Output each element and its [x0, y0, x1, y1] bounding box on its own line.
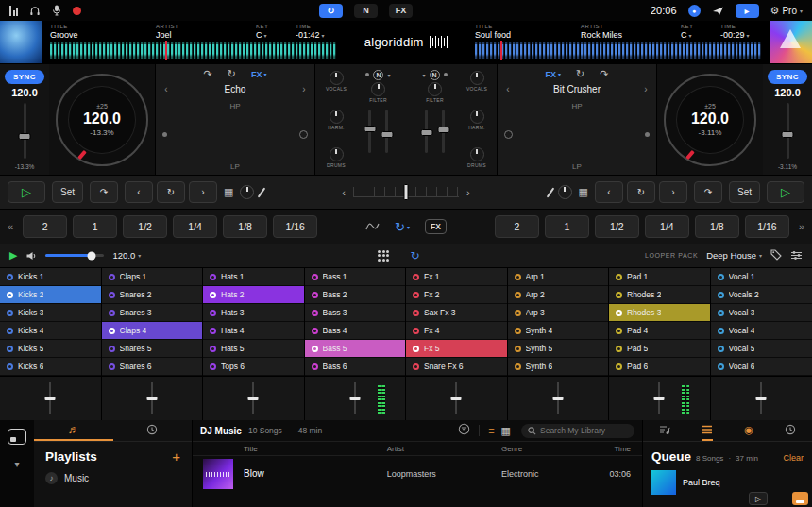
col-artist[interactable]: Artist	[387, 445, 501, 453]
library-search[interactable]	[521, 424, 634, 438]
add-playlist-button[interactable]: +	[172, 449, 180, 464]
looper-volume-fader[interactable]	[354, 382, 356, 414]
fx-prev-icon[interactable]: ‹	[502, 84, 514, 94]
fx-loop-icon[interactable]: ↻	[576, 68, 584, 80]
layout-toggle-icon[interactable]	[8, 429, 26, 445]
deck1-vocals-knob[interactable]	[330, 71, 344, 85]
deck2-waveform[interactable]	[475, 42, 762, 59]
looper-bpm-dropdown[interactable]: 120.0▾	[112, 250, 141, 261]
beat-length-button[interactable]: 1	[545, 215, 589, 238]
deck2-harmonics-knob[interactable]	[470, 110, 484, 124]
deck2-play-button[interactable]: ▷	[767, 181, 804, 203]
collapse-library-icon[interactable]: ▾	[14, 459, 19, 469]
col-genre[interactable]: Genre	[501, 445, 597, 453]
looper-cell[interactable]: Vocal 3	[711, 304, 812, 322]
looper-cell[interactable]: Bass 4	[305, 322, 406, 340]
pro-menu[interactable]: ⚙ Pro ▾	[770, 5, 803, 17]
fader-handle[interactable]	[420, 129, 432, 136]
cue-dot-icon[interactable]	[365, 73, 369, 76]
tab-music-library[interactable]: ♬	[34, 420, 113, 441]
deck1-needle-icon[interactable]	[258, 187, 266, 197]
beat-length-button[interactable]: 2	[495, 215, 539, 238]
looper-cell[interactable]: Fx 4	[406, 322, 507, 340]
fader-handle[interactable]	[45, 397, 56, 400]
deck1-loop-double-button[interactable]: ›	[189, 181, 217, 203]
fader-handle[interactable]	[364, 126, 376, 132]
looper-cell[interactable]: Fx 1	[406, 268, 507, 286]
tab-queue[interactable]	[702, 420, 713, 441]
beat-length-button[interactable]: 1/16	[745, 215, 789, 238]
automix-icon[interactable]: ◉	[744, 420, 753, 441]
deck2-jog-wheel[interactable]: ±25 120.0 -3.11%	[664, 74, 756, 166]
looper-cell[interactable]: Bass 6	[305, 358, 406, 376]
looper-cell[interactable]: Vocals 2	[711, 286, 812, 304]
fader-handle[interactable]	[654, 397, 665, 400]
crossfader-right-icon[interactable]: ›	[466, 187, 470, 198]
beat-length-button[interactable]: 1/4	[173, 215, 217, 238]
looper-cell[interactable]: Kicks 4	[0, 322, 101, 340]
fader-handle[interactable]	[381, 131, 393, 138]
deck1-jog-wheel[interactable]: ±25 120.0 -13.3%	[56, 74, 148, 166]
looper-cell[interactable]: Vocal 1	[711, 268, 812, 286]
history-clock-icon[interactable]	[785, 420, 796, 441]
deck1-album-art[interactable]	[0, 21, 42, 63]
beat-length-button[interactable]: 1/8	[223, 215, 267, 238]
deck2-cue-button[interactable]: ↷	[694, 181, 722, 203]
fader-handle[interactable]	[451, 397, 462, 400]
fx-icon[interactable]: FX	[389, 4, 413, 18]
crossfader-left-icon[interactable]: ‹	[342, 187, 346, 198]
cue-dot-icon[interactable]	[444, 73, 448, 76]
deck2-vocals-knob[interactable]	[470, 71, 484, 85]
looper-cell[interactable]: Fx 2	[406, 286, 507, 304]
deck1-harmonics-knob[interactable]	[330, 110, 344, 124]
fader-handle[interactable]	[437, 127, 449, 133]
beat-length-button[interactable]: 1/2	[123, 215, 167, 238]
looper-cell[interactable]: Vocal 6	[711, 358, 812, 376]
deck1-sync-button[interactable]: SYNC	[5, 70, 44, 84]
deck2-filter-pad[interactable]: HP LP	[502, 97, 651, 173]
deck2-sync-button[interactable]: SYNC	[768, 70, 807, 84]
looper-volume-fader[interactable]	[151, 382, 153, 414]
looper-cell[interactable]: Kicks 3	[0, 304, 101, 322]
looper-cell[interactable]: Bass 5	[305, 340, 406, 358]
fx-prev-icon[interactable]: ‹	[161, 84, 172, 94]
looper-cell[interactable]: Kicks 5	[0, 340, 101, 358]
beat-length-button[interactable]: 1/8	[695, 215, 739, 238]
looper-volume-slider[interactable]	[45, 254, 104, 257]
search-input[interactable]	[540, 426, 628, 435]
looper-cell[interactable]: Snares 5	[102, 340, 203, 358]
deck1-neural-toggle[interactable]: N	[373, 70, 383, 80]
looper-cell[interactable]: Sax Fx 3	[406, 304, 507, 322]
deck2-loop-toggle[interactable]: ↻	[627, 181, 655, 203]
fx-loop-icon[interactable]: ↻	[228, 68, 236, 80]
deck2-volume-fader[interactable]	[425, 110, 428, 153]
fx-next-icon[interactable]: ›	[640, 84, 651, 94]
deck1-loop-halve-button[interactable]: ‹	[125, 181, 153, 203]
col-time[interactable]: Time	[597, 445, 642, 453]
curve-icon[interactable]	[365, 218, 380, 235]
looper-cell[interactable]: Arp 1	[508, 268, 609, 286]
deck2-drums-knob[interactable]	[470, 147, 484, 161]
deck2-fx-name[interactable]: Bit Crusher	[514, 84, 640, 94]
list-view-icon[interactable]: ≡	[488, 426, 494, 436]
looper-cell[interactable]: Rhodes 3	[609, 304, 710, 322]
crossfader[interactable]	[353, 187, 459, 197]
looper-volume-fader[interactable]	[760, 382, 762, 414]
fader-handle[interactable]	[552, 397, 563, 400]
beat-length-button[interactable]: 2	[23, 215, 67, 238]
beat-length-button[interactable]: 1/4	[645, 215, 689, 238]
looper-cell[interactable]: Kicks 6	[0, 358, 101, 376]
automix-plane-icon[interactable]	[712, 6, 724, 16]
deck2-fx-dropdown[interactable]: FX▾	[546, 70, 562, 79]
looper-cell[interactable]: Kicks 1	[0, 268, 101, 286]
looper-cell[interactable]: Pad 5	[609, 340, 710, 358]
quantize-icon[interactable]: ↻	[319, 4, 343, 18]
looper-volume-fader[interactable]	[557, 382, 559, 414]
deck1-set-cue-button[interactable]: Set	[52, 181, 83, 203]
deck1-key-dropdown[interactable]: C▾	[256, 30, 296, 40]
looper-cell[interactable]: Rhodes 2	[609, 286, 710, 304]
deck1-drums-knob[interactable]	[330, 147, 344, 161]
deck2-filter-knob[interactable]	[428, 82, 442, 96]
collapse-left-icon[interactable]: «	[6, 221, 15, 232]
sliders-icon[interactable]	[790, 247, 803, 264]
